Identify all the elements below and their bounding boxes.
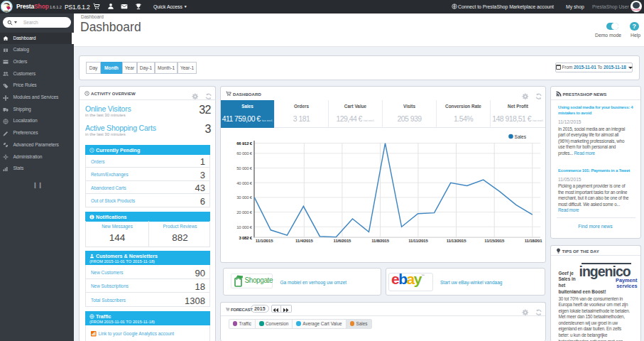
svg-text:50 000 €: 50 000 € xyxy=(236,166,253,170)
svg-text:Sales: Sales xyxy=(515,134,527,139)
svg-text:10 000 €: 10 000 € xyxy=(236,224,253,229)
svg-text:11/4/2015: 11/4/2015 xyxy=(295,238,313,242)
svg-text:11/15/2015: 11/15/2015 xyxy=(484,238,505,242)
svg-text:11/6/2015: 11/6/2015 xyxy=(334,238,351,242)
svg-text:11/11/2015: 11/11/2015 xyxy=(408,238,428,242)
svg-text:3 082 €: 3 082 € xyxy=(239,235,252,239)
svg-text:11/13/2015: 11/13/2015 xyxy=(447,238,467,242)
svg-text:11/8/2015: 11/8/2015 xyxy=(371,238,389,242)
svg-text:11/1/2015: 11/1/2015 xyxy=(256,238,273,242)
svg-text:11/18/201: 11/18/201 xyxy=(525,238,542,242)
svg-text:30 000 €: 30 000 € xyxy=(236,195,253,200)
svg-text:40 000 €: 40 000 € xyxy=(236,180,253,185)
svg-text:60 000 €: 60 000 € xyxy=(236,151,253,156)
svg-text:66 912 €: 66 912 € xyxy=(236,141,253,146)
svg-text:20 000 €: 20 000 € xyxy=(236,210,253,215)
